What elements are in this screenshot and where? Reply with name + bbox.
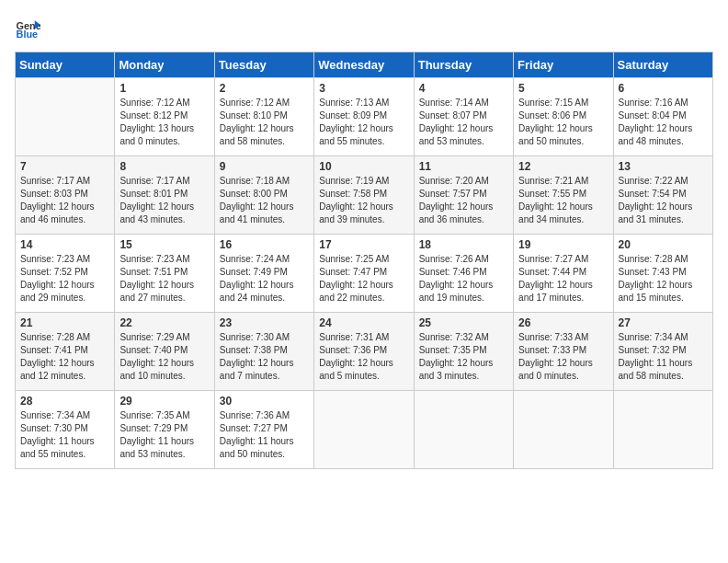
day-number: 14 — [20, 238, 109, 251]
weekday-header: Tuesday — [214, 52, 313, 78]
day-info: Sunrise: 7:15 AMSunset: 8:06 PMDaylight:… — [518, 97, 608, 148]
day-number: 9 — [220, 160, 309, 173]
day-number: 21 — [20, 316, 109, 329]
calendar-cell — [414, 391, 513, 469]
day-info: Sunrise: 7:29 AMSunset: 7:40 PMDaylight:… — [119, 331, 209, 383]
day-info: Sunrise: 7:25 AMSunset: 7:47 PMDaylight:… — [319, 253, 408, 304]
day-number: 5 — [518, 82, 608, 95]
day-info: Sunrise: 7:23 AMSunset: 7:52 PMDaylight:… — [20, 253, 109, 304]
day-info: Sunrise: 7:17 AMSunset: 8:03 PMDaylight:… — [20, 175, 109, 226]
weekday-header: Thursday — [414, 52, 513, 78]
day-info: Sunrise: 7:12 AMSunset: 8:12 PMDaylight:… — [119, 97, 209, 148]
day-info: Sunrise: 7:12 AMSunset: 8:10 PMDaylight:… — [220, 97, 309, 148]
day-number: 4 — [419, 82, 508, 95]
day-info: Sunrise: 7:36 AMSunset: 7:27 PMDaylight:… — [220, 409, 309, 461]
calendar-cell: 26Sunrise: 7:33 AMSunset: 7:33 PMDayligh… — [514, 313, 613, 391]
day-number: 23 — [220, 316, 309, 329]
day-info: Sunrise: 7:18 AMSunset: 8:00 PMDaylight:… — [220, 175, 309, 226]
day-number: 13 — [619, 160, 708, 173]
day-number: 22 — [119, 316, 209, 329]
calendar-cell: 18Sunrise: 7:26 AMSunset: 7:46 PMDayligh… — [414, 235, 513, 313]
calendar-cell — [613, 391, 712, 469]
calendar-cell: 2Sunrise: 7:12 AMSunset: 8:10 PMDaylight… — [214, 78, 313, 156]
day-number: 12 — [518, 160, 608, 173]
logo-icon: General Blue — [15, 15, 40, 40]
day-info: Sunrise: 7:19 AMSunset: 7:58 PMDaylight:… — [319, 175, 408, 226]
calendar-cell: 20Sunrise: 7:28 AMSunset: 7:43 PMDayligh… — [613, 235, 712, 313]
day-info: Sunrise: 7:13 AMSunset: 8:09 PMDaylight:… — [319, 97, 408, 148]
calendar-cell: 6Sunrise: 7:16 AMSunset: 8:04 PMDaylight… — [613, 78, 712, 156]
calendar-cell: 29Sunrise: 7:35 AMSunset: 7:29 PMDayligh… — [115, 391, 214, 469]
day-info: Sunrise: 7:22 AMSunset: 7:54 PMDaylight:… — [619, 175, 708, 226]
calendar-cell — [314, 391, 414, 469]
day-info: Sunrise: 7:30 AMSunset: 7:38 PMDaylight:… — [220, 331, 309, 383]
calendar-cell: 15Sunrise: 7:23 AMSunset: 7:51 PMDayligh… — [115, 235, 214, 313]
weekday-header: Sunday — [16, 52, 115, 78]
weekday-header: Wednesday — [314, 52, 414, 78]
calendar-header-row: SundayMondayTuesdayWednesdayThursdayFrid… — [16, 52, 713, 78]
calendar-cell: 3Sunrise: 7:13 AMSunset: 8:09 PMDaylight… — [314, 78, 414, 156]
calendar-cell: 28Sunrise: 7:34 AMSunset: 7:30 PMDayligh… — [16, 391, 115, 469]
calendar-cell: 9Sunrise: 7:18 AMSunset: 8:00 PMDaylight… — [214, 156, 313, 235]
day-info: Sunrise: 7:33 AMSunset: 7:33 PMDaylight:… — [518, 331, 608, 383]
day-info: Sunrise: 7:14 AMSunset: 8:07 PMDaylight:… — [419, 97, 508, 148]
day-number: 28 — [20, 395, 109, 408]
calendar-week-row: 14Sunrise: 7:23 AMSunset: 7:52 PMDayligh… — [16, 235, 713, 313]
calendar-cell: 7Sunrise: 7:17 AMSunset: 8:03 PMDaylight… — [16, 156, 115, 235]
day-info: Sunrise: 7:27 AMSunset: 7:44 PMDaylight:… — [518, 253, 608, 304]
calendar-cell: 4Sunrise: 7:14 AMSunset: 8:07 PMDaylight… — [414, 78, 513, 156]
calendar-cell: 24Sunrise: 7:31 AMSunset: 7:36 PMDayligh… — [314, 313, 414, 391]
logo: General Blue — [15, 15, 44, 40]
day-number: 15 — [119, 238, 209, 251]
calendar-cell: 21Sunrise: 7:28 AMSunset: 7:41 PMDayligh… — [16, 313, 115, 391]
day-info: Sunrise: 7:28 AMSunset: 7:43 PMDaylight:… — [619, 253, 708, 304]
day-number: 30 — [220, 395, 309, 408]
weekday-header: Friday — [514, 52, 613, 78]
day-info: Sunrise: 7:35 AMSunset: 7:29 PMDaylight:… — [119, 409, 209, 461]
day-info: Sunrise: 7:31 AMSunset: 7:36 PMDaylight:… — [319, 331, 408, 383]
calendar-cell — [514, 391, 613, 469]
calendar-cell: 13Sunrise: 7:22 AMSunset: 7:54 PMDayligh… — [613, 156, 712, 235]
day-number: 7 — [20, 160, 109, 173]
day-info: Sunrise: 7:17 AMSunset: 8:01 PMDaylight:… — [119, 175, 209, 226]
day-number: 16 — [220, 238, 309, 251]
calendar-cell: 25Sunrise: 7:32 AMSunset: 7:35 PMDayligh… — [414, 313, 513, 391]
calendar-table: SundayMondayTuesdayWednesdayThursdayFrid… — [15, 52, 713, 469]
day-info: Sunrise: 7:23 AMSunset: 7:51 PMDaylight:… — [119, 253, 209, 304]
day-info: Sunrise: 7:34 AMSunset: 7:32 PMDaylight:… — [619, 331, 708, 383]
svg-text:Blue: Blue — [17, 29, 39, 40]
day-info: Sunrise: 7:34 AMSunset: 7:30 PMDaylight:… — [20, 409, 109, 461]
day-info: Sunrise: 7:28 AMSunset: 7:41 PMDaylight:… — [20, 331, 109, 383]
page-header: General Blue — [15, 15, 713, 40]
day-info: Sunrise: 7:26 AMSunset: 7:46 PMDaylight:… — [419, 253, 508, 304]
day-number: 24 — [319, 316, 408, 329]
day-number: 17 — [319, 238, 408, 251]
day-number: 25 — [419, 316, 508, 329]
calendar-cell: 5Sunrise: 7:15 AMSunset: 8:06 PMDaylight… — [514, 78, 613, 156]
calendar-cell: 19Sunrise: 7:27 AMSunset: 7:44 PMDayligh… — [514, 235, 613, 313]
day-number: 29 — [119, 395, 209, 408]
day-number: 27 — [619, 316, 708, 329]
calendar-cell: 14Sunrise: 7:23 AMSunset: 7:52 PMDayligh… — [16, 235, 115, 313]
calendar-cell: 17Sunrise: 7:25 AMSunset: 7:47 PMDayligh… — [314, 235, 414, 313]
day-number: 26 — [518, 316, 608, 329]
calendar-cell: 16Sunrise: 7:24 AMSunset: 7:49 PMDayligh… — [214, 235, 313, 313]
calendar-cell: 10Sunrise: 7:19 AMSunset: 7:58 PMDayligh… — [314, 156, 414, 235]
weekday-header: Saturday — [613, 52, 712, 78]
calendar-cell: 1Sunrise: 7:12 AMSunset: 8:12 PMDaylight… — [115, 78, 214, 156]
day-number: 10 — [319, 160, 408, 173]
calendar-cell: 22Sunrise: 7:29 AMSunset: 7:40 PMDayligh… — [115, 313, 214, 391]
calendar-cell: 11Sunrise: 7:20 AMSunset: 7:57 PMDayligh… — [414, 156, 513, 235]
calendar-week-row: 7Sunrise: 7:17 AMSunset: 8:03 PMDaylight… — [16, 156, 713, 235]
calendar-cell: 27Sunrise: 7:34 AMSunset: 7:32 PMDayligh… — [613, 313, 712, 391]
day-number: 18 — [419, 238, 508, 251]
day-info: Sunrise: 7:24 AMSunset: 7:49 PMDaylight:… — [220, 253, 309, 304]
calendar-week-row: 1Sunrise: 7:12 AMSunset: 8:12 PMDaylight… — [16, 78, 713, 156]
day-number: 3 — [319, 82, 408, 95]
calendar-week-row: 28Sunrise: 7:34 AMSunset: 7:30 PMDayligh… — [16, 391, 713, 469]
day-number: 19 — [518, 238, 608, 251]
day-number: 8 — [119, 160, 209, 173]
day-number: 20 — [619, 238, 708, 251]
calendar-cell: 23Sunrise: 7:30 AMSunset: 7:38 PMDayligh… — [214, 313, 313, 391]
day-info: Sunrise: 7:20 AMSunset: 7:57 PMDaylight:… — [419, 175, 508, 226]
